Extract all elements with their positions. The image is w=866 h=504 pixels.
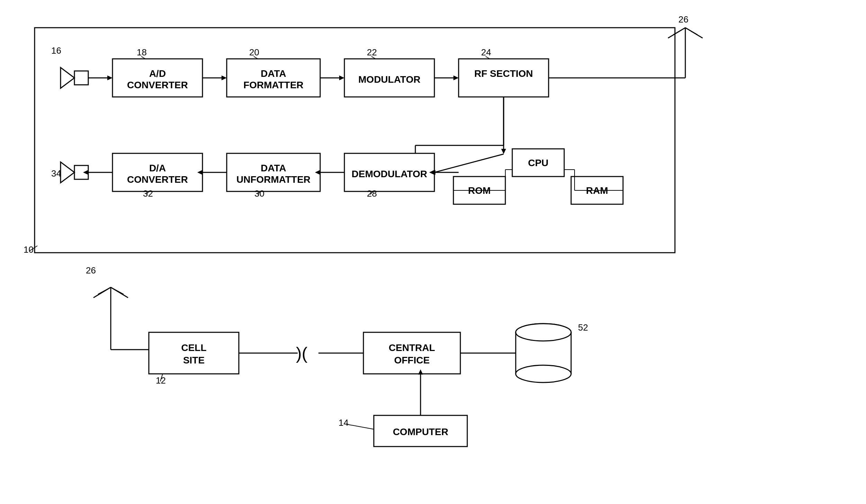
label-18: 18: [137, 47, 147, 57]
label-34: 34: [51, 168, 61, 179]
cpu-label: CPU: [528, 158, 548, 168]
label-20: 20: [249, 47, 259, 57]
data-unformatter-label: DATA: [261, 163, 286, 173]
arrow-head-down: [501, 149, 506, 154]
data-formatter-label2: FORMATTER: [243, 80, 304, 90]
central-office-label: CENTRAL: [389, 342, 435, 353]
transducer-top-box: [74, 71, 88, 85]
db-bottom: [516, 365, 571, 382]
label-16: 16: [51, 45, 61, 56]
data-formatter-label: DATA: [261, 68, 286, 79]
label-24: 24: [481, 47, 491, 57]
label-30: 30: [254, 188, 264, 199]
svg-line-46: [345, 424, 374, 429]
rf-section-label: RF SECTION: [474, 68, 533, 79]
label-22: 22: [367, 47, 377, 57]
svg-line-36: [98, 287, 111, 294]
arrow-head: [107, 75, 112, 80]
label-28: 28: [367, 188, 377, 199]
break-symbol: )(: [296, 344, 308, 363]
label-52: 52: [578, 322, 588, 333]
ad-converter-label2: CONVERTER: [127, 80, 188, 90]
data-unformatter-label2: UNFORMATTER: [236, 174, 310, 185]
demodulator-label: DEMODULATOR: [352, 169, 427, 179]
ad-converter-label: A/D: [149, 68, 166, 79]
label-26-top: 26: [678, 14, 688, 25]
transducer-bottom-triangle: [61, 162, 74, 183]
svg-line-5: [685, 28, 697, 35]
modulator-label: MODULATOR: [358, 74, 420, 85]
label-26-bottom: 26: [86, 265, 96, 276]
da-converter-label: D/A: [149, 163, 166, 173]
cell-site-label: CELL: [181, 342, 206, 353]
transducer-top-triangle: [61, 68, 74, 88]
svg-line-23: [434, 154, 504, 172]
computer-label: COMPUTER: [393, 426, 448, 437]
label-32: 32: [143, 188, 153, 199]
arrow-head5: [83, 170, 88, 175]
arrow-head2: [222, 75, 227, 80]
svg-line-37: [111, 287, 124, 294]
cell-site-label2: SITE: [183, 355, 205, 366]
da-converter-label2: CONVERTER: [127, 174, 188, 185]
label-14: 14: [339, 417, 349, 428]
db-top2: [516, 324, 571, 341]
arrow-head3: [339, 75, 344, 80]
arrow-head4: [453, 75, 459, 80]
central-office-label2: OFFICE: [394, 355, 430, 366]
diagram-container: 10 26 16 A/D CONVERTER 18: [0, 0, 866, 504]
